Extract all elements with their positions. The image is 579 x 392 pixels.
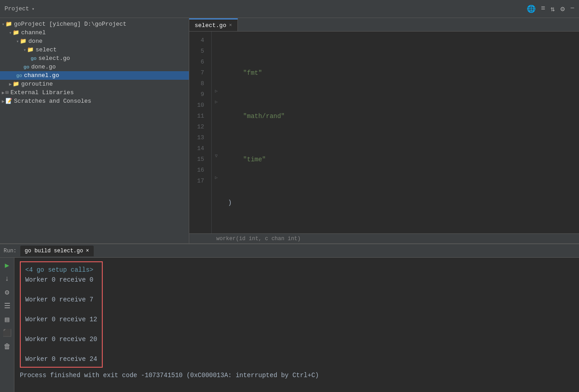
title-bar: Project ▾ 🌐 ≡ ⇅ ⚙ − bbox=[0, 0, 579, 18]
expand-arrow-external: ▶ bbox=[2, 90, 5, 96]
lnum-8: 8 bbox=[193, 78, 208, 89]
output-line-2: Worker 0 receive 12 bbox=[25, 315, 97, 324]
code-lines[interactable]: "fmt" "math/rand" "time" ) bbox=[221, 32, 579, 233]
gear-icon[interactable]: ⚙ bbox=[561, 5, 565, 14]
output-line-3: Worker 0 receive 20 bbox=[25, 334, 97, 344]
file-icon-channel-go: go bbox=[16, 73, 22, 78]
fold-4 bbox=[212, 32, 221, 42]
expand-arrow-goproject: ▾ bbox=[2, 22, 5, 27]
minimize-icon[interactable]: − bbox=[570, 5, 574, 14]
project-dropdown-arrow[interactable]: ▾ bbox=[32, 6, 35, 12]
fold-9: ▷ bbox=[212, 86, 221, 96]
lnum-14: 14 bbox=[193, 143, 208, 154]
lnum-4: 4 bbox=[193, 35, 208, 46]
lnum-16: 16 bbox=[193, 165, 208, 176]
fold-17: ▷ bbox=[212, 172, 221, 183]
lnum-11: 11 bbox=[193, 111, 208, 122]
code-text: "fmt" bbox=[228, 68, 262, 78]
done-label: done bbox=[28, 38, 42, 45]
run-play-icon[interactable]: ▶ bbox=[2, 260, 12, 270]
run-down-icon[interactable]: ↓ bbox=[2, 274, 12, 284]
sidebar-item-external-libs[interactable]: ▶ ⊞ External Libraries bbox=[0, 88, 189, 97]
file-icon-select-go: go bbox=[31, 56, 36, 61]
editor-tab-bar: select.go × bbox=[189, 18, 579, 32]
fold-14 bbox=[212, 140, 221, 150]
project-label: Project bbox=[5, 5, 29, 12]
expand-arrow-scratches: ▶ bbox=[2, 99, 5, 104]
line-numbers: 4 5 6 7 8 9 10 11 12 13 14 15 16 17 bbox=[189, 32, 212, 233]
lnum-7: 7 bbox=[193, 68, 208, 78]
select-go-label: select.go bbox=[38, 55, 70, 62]
scratches-icon: 📝 bbox=[5, 98, 12, 105]
fold-6 bbox=[212, 53, 221, 64]
code-text: "math/rand" bbox=[228, 111, 285, 122]
list-icon[interactable]: ≡ bbox=[541, 5, 546, 14]
code-line-6: "time" bbox=[228, 154, 572, 165]
tooltip-text: worker(id int, c chan int) bbox=[216, 236, 301, 242]
console-output: <4 go setup calls> Worker 0 receive 0 Wo… bbox=[14, 258, 579, 392]
output-line-4: Worker 0 receive 24 bbox=[25, 354, 97, 364]
sidebar-item-goproject[interactable]: ▾ 📁 goProject [yicheng] D:\goProject bbox=[0, 20, 189, 28]
sidebar-item-select-go[interactable]: go select.go bbox=[0, 54, 189, 63]
code-line-5: "math/rand" bbox=[228, 111, 572, 122]
sidebar-item-scratches[interactable]: ▶ 📝 Scratches and Consoles bbox=[0, 97, 189, 105]
run-trash-icon[interactable]: 🗑 bbox=[2, 342, 12, 351]
lnum-17: 17 bbox=[193, 176, 208, 187]
fold-11 bbox=[212, 107, 221, 118]
tab-select-go[interactable]: select.go × bbox=[189, 18, 238, 31]
run-printer-icon[interactable]: ⬛ bbox=[2, 328, 12, 338]
folder-icon-channel: 📁 bbox=[13, 29, 19, 36]
lnum-13: 13 bbox=[193, 132, 208, 143]
external-libs-label: External Libraries bbox=[10, 89, 73, 96]
fold-markers: ▷ ▷ ▽ ▷ bbox=[212, 32, 221, 233]
lnum-5: 5 bbox=[193, 46, 208, 57]
output-setup-calls: <4 go setup calls> bbox=[25, 266, 93, 273]
run-tab-build[interactable]: go build select.go × bbox=[20, 246, 94, 256]
sidebar-item-channel[interactable]: ▾ 📁 channel bbox=[0, 28, 189, 37]
run-list-icon[interactable]: ☰ bbox=[2, 301, 12, 311]
run-lines-icon[interactable]: ▤ bbox=[2, 315, 12, 324]
run-tab-label-build: go build select.go bbox=[25, 248, 83, 254]
external-libs-icon: ⊞ bbox=[5, 89, 9, 96]
sidebar-item-goroutine[interactable]: ▶ 📁 goroutine bbox=[0, 80, 189, 88]
lnum-6: 6 bbox=[193, 57, 208, 68]
sort-icon[interactable]: ⇅ bbox=[551, 5, 555, 14]
sidebar-item-select[interactable]: ▾ 📁 select bbox=[0, 46, 189, 54]
done-go-label: done.go bbox=[31, 64, 56, 70]
select-label: select bbox=[36, 46, 57, 53]
sidebar-item-done-go[interactable]: go done.go bbox=[0, 63, 189, 71]
fold-10: ▷ bbox=[212, 96, 221, 107]
main-layout: ▾ 📁 goProject [yicheng] D:\goProject ▾ 📁… bbox=[0, 18, 579, 243]
code-container: 4 5 6 7 8 9 10 11 12 13 14 15 16 17 bbox=[189, 32, 579, 233]
run-wrench-icon[interactable]: ⚙ bbox=[2, 287, 12, 297]
lnum-12: 12 bbox=[193, 122, 208, 132]
folder-icon-select: 📁 bbox=[27, 46, 34, 53]
code-area[interactable]: 4 5 6 7 8 9 10 11 12 13 14 15 16 17 bbox=[189, 32, 579, 233]
expand-arrow-channel: ▾ bbox=[9, 30, 12, 36]
code-line-7: ) bbox=[228, 197, 572, 208]
process-exit-line: Process finished with exit code -1073741… bbox=[20, 372, 319, 379]
lnum-10: 10 bbox=[193, 100, 208, 111]
goproject-label: goProject [yicheng] D:\goProject bbox=[14, 21, 127, 27]
fold-16 bbox=[212, 161, 221, 172]
run-tab-bar: Run: go build select.go × bbox=[0, 244, 579, 258]
output-box: <4 go setup calls> Worker 0 receive 0 Wo… bbox=[20, 261, 103, 368]
sidebar-item-done[interactable]: ▾ 📁 done bbox=[0, 37, 189, 46]
tab-close-select-go[interactable]: × bbox=[229, 23, 232, 28]
sidebar-item-channel-go[interactable]: go channel.go bbox=[0, 71, 189, 80]
run-tab-close[interactable]: × bbox=[86, 248, 89, 254]
fold-13 bbox=[212, 129, 221, 140]
tab-label-select-go: select.go bbox=[195, 22, 226, 29]
run-content: ▶ ↓ ⚙ ☰ ▤ ⬛ 🗑 <4 go setup calls> Worker … bbox=[0, 258, 579, 392]
run-sidebar: ▶ ↓ ⚙ ☰ ▤ ⬛ 🗑 bbox=[0, 258, 14, 392]
expand-arrow-select: ▾ bbox=[23, 47, 26, 53]
output-line-1: Worker 0 receive 7 bbox=[25, 295, 97, 305]
file-icon-done-go: go bbox=[23, 64, 29, 70]
fold-12 bbox=[212, 118, 221, 129]
folder-icon-goproject: 📁 bbox=[5, 21, 12, 27]
channel-go-label: channel.go bbox=[24, 72, 59, 79]
output-line-0: Worker 0 receive 0 bbox=[25, 275, 97, 285]
globe-icon[interactable]: 🌐 bbox=[527, 5, 536, 14]
editor-area: select.go × 4 5 6 7 8 9 10 11 bbox=[189, 18, 579, 243]
scratches-label: Scratches and Consoles bbox=[14, 98, 91, 105]
